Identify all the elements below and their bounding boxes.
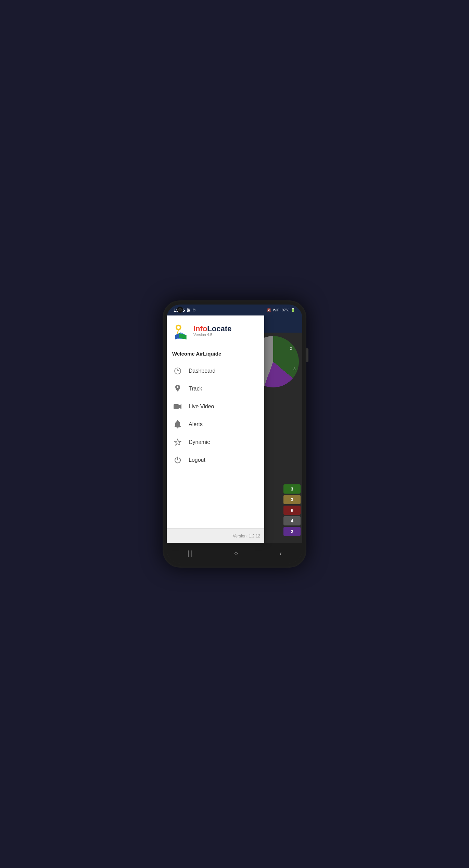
logo-text: InfoLocate <box>193 325 231 333</box>
home-button[interactable]: ○ <box>227 546 245 561</box>
drawer: InfoLocate Version 4.5 Welcome AirLiquid… <box>167 315 264 543</box>
logo-title: InfoLocate Version 4.5 <box>193 325 231 337</box>
menu-item-alerts[interactable]: Alerts <box>167 416 264 433</box>
welcome-text: Welcome AirLiquide <box>167 345 264 359</box>
menu-item-dashboard[interactable]: Dashboard <box>167 362 264 380</box>
bg-stats: 3 3 9 4 2 <box>283 484 302 536</box>
alerts-label: Alerts <box>189 421 203 427</box>
status-bar: 13:25 🖼 ⏱ 🔇 WiFi 97% 🔋 <box>167 305 302 315</box>
menu-item-logout[interactable]: Logout <box>167 451 264 469</box>
camera-notch <box>177 307 183 313</box>
pie-label-1: 2 <box>290 346 292 350</box>
svg-point-6 <box>177 386 179 388</box>
stat-badge-3: 9 <box>283 506 301 515</box>
power-icon <box>174 456 182 464</box>
menu-item-track[interactable]: Track <box>167 380 264 398</box>
drawer-footer: Version: 1.2.12 <box>167 528 264 543</box>
svg-point-9 <box>177 427 179 429</box>
dashboard-label: Dashboard <box>189 368 215 374</box>
stat-badge-1: 3 <box>283 484 301 494</box>
bell-icon <box>174 420 182 429</box>
logo-version: Version 4.5 <box>193 333 231 337</box>
status-icons: 🔇 WiFi 97% 🔋 <box>267 308 295 312</box>
track-label: Track <box>189 386 202 392</box>
svg-point-10 <box>177 420 178 421</box>
live-video-label: Live Video <box>189 404 214 410</box>
app-version: Version: 1.2.12 <box>233 534 260 538</box>
svg-point-1 <box>177 326 180 329</box>
svg-rect-7 <box>174 404 179 409</box>
video-icon <box>174 402 182 411</box>
star-icon <box>174 438 182 446</box>
menu-item-live-video[interactable]: Live Video <box>167 398 264 416</box>
bottom-nav: ||| ○ ‹ <box>167 543 302 563</box>
stat-badge-2: 3 <box>283 495 301 504</box>
camera-lens <box>178 308 182 311</box>
stat-badge-4: 4 <box>283 516 301 525</box>
svg-rect-8 <box>176 427 180 427</box>
stat-badge-5: 2 <box>283 527 301 536</box>
recent-apps-button[interactable]: ||| <box>180 546 200 561</box>
back-button[interactable]: ‹ <box>272 546 289 561</box>
drawer-menu: Dashboard Track <box>167 359 264 528</box>
drawer-header: InfoLocate Version 4.5 <box>167 315 264 345</box>
logout-label: Logout <box>189 457 205 463</box>
dynamic-label: Dynamic <box>189 439 210 445</box>
track-icon <box>174 385 182 393</box>
dashboard-icon <box>174 367 182 375</box>
pie-label-2: 3 <box>293 367 295 371</box>
menu-item-dynamic[interactable]: Dynamic <box>167 433 264 451</box>
app-logo <box>172 322 189 339</box>
